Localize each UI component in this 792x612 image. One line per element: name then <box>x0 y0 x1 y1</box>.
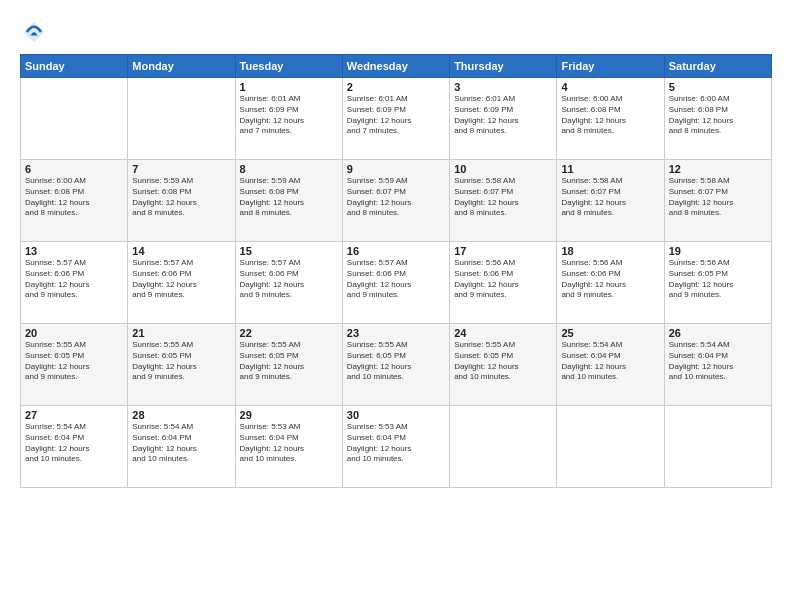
day-number: 30 <box>347 409 445 421</box>
calendar-weekday: Sunday <box>21 55 128 78</box>
calendar-cell: 17Sunrise: 5:56 AM Sunset: 6:06 PM Dayli… <box>450 242 557 324</box>
calendar-cell: 10Sunrise: 5:58 AM Sunset: 6:07 PM Dayli… <box>450 160 557 242</box>
day-info: Sunrise: 5:55 AM Sunset: 6:05 PM Dayligh… <box>132 340 230 383</box>
calendar-cell: 29Sunrise: 5:53 AM Sunset: 6:04 PM Dayli… <box>235 406 342 488</box>
calendar-weekday: Friday <box>557 55 664 78</box>
day-number: 10 <box>454 163 552 175</box>
calendar-row: 1Sunrise: 6:01 AM Sunset: 6:09 PM Daylig… <box>21 78 772 160</box>
day-info: Sunrise: 6:00 AM Sunset: 6:08 PM Dayligh… <box>669 94 767 137</box>
calendar-table: SundayMondayTuesdayWednesdayThursdayFrid… <box>20 54 772 488</box>
calendar-cell: 4Sunrise: 6:00 AM Sunset: 6:08 PM Daylig… <box>557 78 664 160</box>
calendar-cell: 9Sunrise: 5:59 AM Sunset: 6:07 PM Daylig… <box>342 160 449 242</box>
day-number: 19 <box>669 245 767 257</box>
page-header <box>20 18 772 46</box>
day-info: Sunrise: 6:01 AM Sunset: 6:09 PM Dayligh… <box>240 94 338 137</box>
day-number: 21 <box>132 327 230 339</box>
calendar-cell: 21Sunrise: 5:55 AM Sunset: 6:05 PM Dayli… <box>128 324 235 406</box>
day-number: 15 <box>240 245 338 257</box>
logo <box>20 18 52 46</box>
day-info: Sunrise: 6:00 AM Sunset: 6:08 PM Dayligh… <box>25 176 123 219</box>
day-number: 14 <box>132 245 230 257</box>
day-info: Sunrise: 5:55 AM Sunset: 6:05 PM Dayligh… <box>454 340 552 383</box>
day-number: 12 <box>669 163 767 175</box>
day-number: 13 <box>25 245 123 257</box>
day-number: 6 <box>25 163 123 175</box>
day-number: 28 <box>132 409 230 421</box>
day-number: 22 <box>240 327 338 339</box>
calendar-cell: 13Sunrise: 5:57 AM Sunset: 6:06 PM Dayli… <box>21 242 128 324</box>
calendar-cell: 5Sunrise: 6:00 AM Sunset: 6:08 PM Daylig… <box>664 78 771 160</box>
day-number: 7 <box>132 163 230 175</box>
calendar-cell: 26Sunrise: 5:54 AM Sunset: 6:04 PM Dayli… <box>664 324 771 406</box>
calendar-cell <box>128 78 235 160</box>
day-info: Sunrise: 5:55 AM Sunset: 6:05 PM Dayligh… <box>25 340 123 383</box>
calendar-cell: 25Sunrise: 5:54 AM Sunset: 6:04 PM Dayli… <box>557 324 664 406</box>
calendar-cell: 1Sunrise: 6:01 AM Sunset: 6:09 PM Daylig… <box>235 78 342 160</box>
calendar-cell: 30Sunrise: 5:53 AM Sunset: 6:04 PM Dayli… <box>342 406 449 488</box>
day-info: Sunrise: 5:56 AM Sunset: 6:05 PM Dayligh… <box>669 258 767 301</box>
day-number: 5 <box>669 81 767 93</box>
calendar-cell: 16Sunrise: 5:57 AM Sunset: 6:06 PM Dayli… <box>342 242 449 324</box>
calendar-cell <box>450 406 557 488</box>
day-info: Sunrise: 5:58 AM Sunset: 6:07 PM Dayligh… <box>454 176 552 219</box>
day-number: 4 <box>561 81 659 93</box>
day-number: 23 <box>347 327 445 339</box>
day-info: Sunrise: 5:59 AM Sunset: 6:08 PM Dayligh… <box>240 176 338 219</box>
day-info: Sunrise: 5:54 AM Sunset: 6:04 PM Dayligh… <box>25 422 123 465</box>
calendar-cell <box>21 78 128 160</box>
calendar-cell: 2Sunrise: 6:01 AM Sunset: 6:09 PM Daylig… <box>342 78 449 160</box>
day-info: Sunrise: 5:58 AM Sunset: 6:07 PM Dayligh… <box>561 176 659 219</box>
calendar-cell: 20Sunrise: 5:55 AM Sunset: 6:05 PM Dayli… <box>21 324 128 406</box>
calendar-cell: 3Sunrise: 6:01 AM Sunset: 6:09 PM Daylig… <box>450 78 557 160</box>
day-number: 20 <box>25 327 123 339</box>
day-info: Sunrise: 5:56 AM Sunset: 6:06 PM Dayligh… <box>561 258 659 301</box>
day-info: Sunrise: 5:55 AM Sunset: 6:05 PM Dayligh… <box>240 340 338 383</box>
calendar-row: 27Sunrise: 5:54 AM Sunset: 6:04 PM Dayli… <box>21 406 772 488</box>
day-number: 3 <box>454 81 552 93</box>
calendar-cell: 24Sunrise: 5:55 AM Sunset: 6:05 PM Dayli… <box>450 324 557 406</box>
calendar-row: 20Sunrise: 5:55 AM Sunset: 6:05 PM Dayli… <box>21 324 772 406</box>
day-number: 24 <box>454 327 552 339</box>
calendar-cell: 23Sunrise: 5:55 AM Sunset: 6:05 PM Dayli… <box>342 324 449 406</box>
day-info: Sunrise: 5:58 AM Sunset: 6:07 PM Dayligh… <box>669 176 767 219</box>
calendar-weekday: Saturday <box>664 55 771 78</box>
day-info: Sunrise: 5:57 AM Sunset: 6:06 PM Dayligh… <box>240 258 338 301</box>
calendar-cell: 15Sunrise: 5:57 AM Sunset: 6:06 PM Dayli… <box>235 242 342 324</box>
day-info: Sunrise: 5:57 AM Sunset: 6:06 PM Dayligh… <box>347 258 445 301</box>
day-number: 18 <box>561 245 659 257</box>
calendar-cell: 14Sunrise: 5:57 AM Sunset: 6:06 PM Dayli… <box>128 242 235 324</box>
calendar-cell: 28Sunrise: 5:54 AM Sunset: 6:04 PM Dayli… <box>128 406 235 488</box>
calendar-cell <box>557 406 664 488</box>
day-info: Sunrise: 5:57 AM Sunset: 6:06 PM Dayligh… <box>132 258 230 301</box>
calendar-cell: 7Sunrise: 5:59 AM Sunset: 6:08 PM Daylig… <box>128 160 235 242</box>
day-info: Sunrise: 5:57 AM Sunset: 6:06 PM Dayligh… <box>25 258 123 301</box>
day-number: 26 <box>669 327 767 339</box>
calendar-cell: 6Sunrise: 6:00 AM Sunset: 6:08 PM Daylig… <box>21 160 128 242</box>
day-info: Sunrise: 5:59 AM Sunset: 6:07 PM Dayligh… <box>347 176 445 219</box>
day-number: 2 <box>347 81 445 93</box>
day-info: Sunrise: 6:01 AM Sunset: 6:09 PM Dayligh… <box>454 94 552 137</box>
calendar-header-row: SundayMondayTuesdayWednesdayThursdayFrid… <box>21 55 772 78</box>
calendar-cell: 12Sunrise: 5:58 AM Sunset: 6:07 PM Dayli… <box>664 160 771 242</box>
calendar-weekday: Tuesday <box>235 55 342 78</box>
day-number: 27 <box>25 409 123 421</box>
calendar-cell: 19Sunrise: 5:56 AM Sunset: 6:05 PM Dayli… <box>664 242 771 324</box>
day-number: 29 <box>240 409 338 421</box>
day-info: Sunrise: 5:55 AM Sunset: 6:05 PM Dayligh… <box>347 340 445 383</box>
day-info: Sunrise: 5:53 AM Sunset: 6:04 PM Dayligh… <box>347 422 445 465</box>
calendar-weekday: Thursday <box>450 55 557 78</box>
day-number: 8 <box>240 163 338 175</box>
calendar-weekday: Wednesday <box>342 55 449 78</box>
day-info: Sunrise: 6:01 AM Sunset: 6:09 PM Dayligh… <box>347 94 445 137</box>
calendar-cell: 8Sunrise: 5:59 AM Sunset: 6:08 PM Daylig… <box>235 160 342 242</box>
day-info: Sunrise: 6:00 AM Sunset: 6:08 PM Dayligh… <box>561 94 659 137</box>
calendar-cell: 11Sunrise: 5:58 AM Sunset: 6:07 PM Dayli… <box>557 160 664 242</box>
day-info: Sunrise: 5:53 AM Sunset: 6:04 PM Dayligh… <box>240 422 338 465</box>
day-info: Sunrise: 5:59 AM Sunset: 6:08 PM Dayligh… <box>132 176 230 219</box>
calendar-cell <box>664 406 771 488</box>
calendar-row: 13Sunrise: 5:57 AM Sunset: 6:06 PM Dayli… <box>21 242 772 324</box>
day-info: Sunrise: 5:54 AM Sunset: 6:04 PM Dayligh… <box>132 422 230 465</box>
logo-icon <box>20 18 48 46</box>
calendar-cell: 22Sunrise: 5:55 AM Sunset: 6:05 PM Dayli… <box>235 324 342 406</box>
day-info: Sunrise: 5:54 AM Sunset: 6:04 PM Dayligh… <box>561 340 659 383</box>
